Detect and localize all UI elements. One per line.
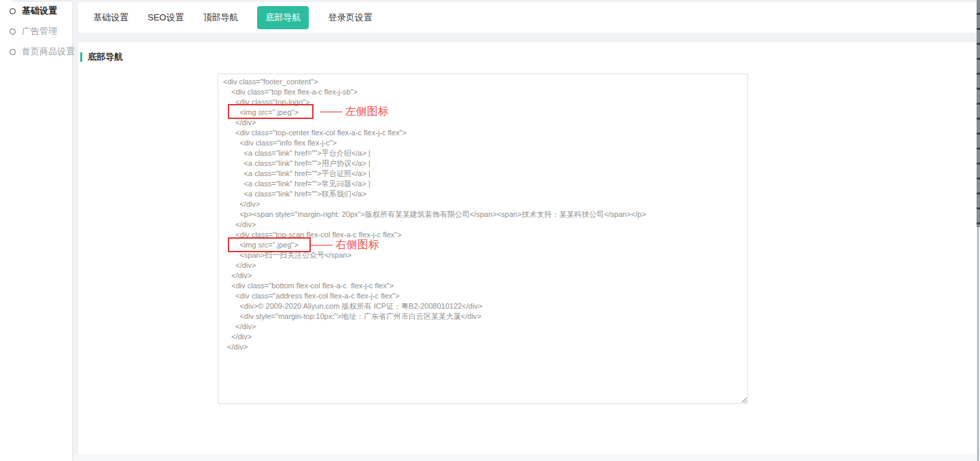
right-edge-minimap-strip [977, 0, 980, 227]
sidebar-item-label: 广告管理 [22, 25, 57, 37]
sidebar-item-basic-settings[interactable]: 基础设置 [0, 1, 72, 21]
sidebar-item-home-product-settings[interactable]: 首页商品设置 [0, 41, 72, 62]
sidebar-item-ad-management[interactable]: 广告管理 [0, 21, 72, 41]
section-header: 底部导航 [80, 51, 123, 63]
footer-html-code-textarea[interactable]: <div class="footer_content"> <div class=… [218, 73, 748, 404]
tab-login-page-settings[interactable]: 登录页设置 [328, 12, 372, 24]
sidebar-item-label: 基础设置 [22, 5, 57, 17]
settings-tab-bar: 基础设置 SEO设置 顶部导航 底部导航 登录页设置 [78, 2, 977, 33]
section-title: 底部导航 [88, 51, 123, 63]
footer-nav-panel: 底部导航 <div class="footer_content"> <div c… [78, 42, 977, 454]
sidebar-menu: 基础设置 广告管理 首页商品设置 [0, 0, 72, 62]
circle-icon [10, 8, 16, 14]
section-accent-bar [80, 52, 82, 62]
tab-footer-nav[interactable]: 底部导航 [257, 6, 309, 29]
sidebar: 基础设置 广告管理 首页商品设置 [0, 0, 73, 461]
right-edge-line [977, 227, 979, 461]
sidebar-item-label: 首页商品设置 [22, 46, 75, 58]
circle-icon [10, 29, 16, 35]
tab-basic-settings[interactable]: 基础设置 [93, 12, 129, 24]
tab-top-nav[interactable]: 顶部导航 [203, 12, 238, 24]
page-bottom-strip [73, 455, 977, 461]
circle-icon [10, 49, 16, 55]
sidebar-top-divider [12, 0, 73, 2]
tab-seo-settings[interactable]: SEO设置 [148, 12, 184, 24]
